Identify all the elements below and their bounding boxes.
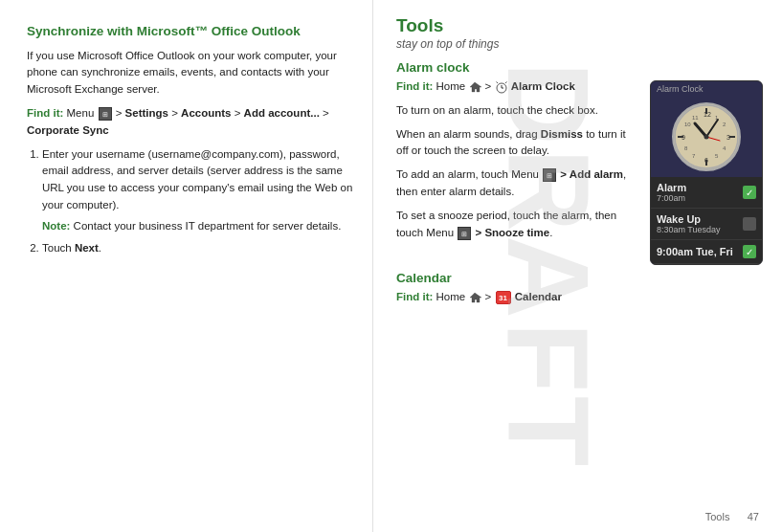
svg-text:3: 3 — [726, 134, 730, 141]
svg-line-25 — [505, 81, 507, 83]
find-it-calendar-arrow: > — [485, 291, 495, 302]
page-number: 47 — [748, 511, 759, 522]
alarm-check-1 — [743, 186, 756, 199]
note-text: Contact your business IT department for … — [74, 220, 342, 232]
alarm-time-1: Alarm — [657, 182, 686, 193]
phone-screenshot: Alarm Clock — [650, 80, 763, 265]
menu-icon-add: ⊞ — [543, 168, 556, 182]
find-it-alarm-clock-bold: Alarm Clock — [511, 80, 575, 92]
note-label: Note: — [42, 220, 70, 232]
left-column: Synchronize with Microsoft™ Office Outlo… — [0, 0, 373, 532]
alarm-clock-section: Alarm Clock — [396, 78, 763, 265]
alarm-label-1: 7:00am — [657, 193, 686, 203]
alarm-item-1: Alarm 7:00am — [651, 177, 762, 209]
svg-line-24 — [496, 81, 498, 83]
page-footer: Tools 47 — [705, 511, 759, 522]
alarm-clock-title: Alarm clock — [396, 60, 763, 75]
calendar-icon: 31 — [496, 291, 511, 304]
dismiss-bold: Dismiss — [541, 128, 583, 140]
find-it-calendar: Find it: Home > 31 Calendar — [396, 289, 763, 306]
svg-text:9: 9 — [681, 134, 685, 141]
step-1: Enter your username (username@company.co… — [42, 146, 353, 235]
step-1-note: Note: Contact your business IT departmen… — [42, 218, 353, 234]
clock-face-container: 12 3 6 9 1 2 4 5 7 8 10 — [651, 97, 762, 177]
find-it-label: Find it: — [27, 107, 63, 119]
alarm-info-3: 9:00am Tue, Fri — [657, 246, 733, 257]
next-label: Next — [75, 242, 99, 254]
alarm-nocheck-2 — [743, 217, 756, 231]
find-it-calendar-home: Home — [436, 291, 469, 302]
find-it-calendar-label: Find it: — [396, 291, 433, 302]
footer-label: Tools — [705, 511, 730, 522]
alarm-list: Alarm 7:00am Wake Up 8:30am Tuesday — [651, 177, 762, 264]
clock-svg: 12 3 6 9 1 2 4 5 7 8 10 — [674, 104, 739, 169]
menu-icon: ⊞ — [99, 107, 112, 121]
page-container: DRAFT Synchronize with Microsoft™ Office… — [0, 0, 782, 532]
alarm-label-2: 8:30am Tuesday — [657, 225, 721, 234]
alarm-info-2: Wake Up 8:30am Tuesday — [657, 213, 721, 234]
tools-header: Tools stay on top of things — [396, 15, 763, 51]
alarm-time-3: 9:00am Tue, Fri — [657, 246, 733, 257]
svg-text:10: 10 — [684, 122, 691, 127]
snooze-time-bold: > Snooze time — [472, 227, 549, 238]
alarm-item-2: Wake Up 8:30am Tuesday — [651, 209, 762, 240]
clock-face: 12 3 6 9 1 2 4 5 7 8 10 — [672, 102, 741, 171]
svg-text:12: 12 — [704, 111, 711, 118]
find-it-arrow: > — [485, 80, 495, 92]
find-it-menu-text: Menu — [63, 107, 97, 119]
menu-icon-snooze: ⊞ — [458, 227, 471, 240]
alarm-info-1: Alarm 7:00am — [657, 182, 686, 203]
tools-subtitle: stay on top of things — [396, 37, 763, 51]
right-col-content: Tools stay on top of things Alarm clock … — [396, 15, 763, 313]
alarm-check-3 — [743, 245, 756, 258]
add-alarm-bold: > Add alarm — [557, 168, 623, 180]
alarm-time-2: Wake Up — [657, 213, 721, 225]
phone-header: Alarm Clock — [651, 81, 762, 97]
home-icon — [468, 80, 481, 94]
home-icon-calendar — [468, 291, 481, 304]
right-column: Tools stay on top of things Alarm clock … — [373, 0, 782, 532]
alarm-item-3: 9:00am Tue, Fri — [651, 240, 762, 264]
find-it-paragraph: Find it: Menu ⊞ > Settings > Accounts > … — [27, 105, 353, 140]
find-it-home-text: Home — [436, 80, 469, 92]
find-it-alarm-label: Find it: — [396, 80, 433, 92]
calendar-title: Calendar — [396, 271, 763, 285]
svg-text:6: 6 — [704, 157, 708, 164]
tools-title: Tools — [396, 15, 763, 36]
calendar-bold: Calendar — [515, 291, 562, 302]
svg-point-20 — [704, 135, 709, 140]
steps-list: Enter your username (username@company.co… — [27, 146, 353, 257]
left-section-title: Synchronize with Microsoft™ Office Outlo… — [27, 23, 353, 40]
svg-text:11: 11 — [692, 115, 699, 121]
alarm-clock-icon — [495, 80, 508, 94]
intro-paragraph: If you use Microsoft Office Outlook on y… — [27, 48, 353, 99]
step-2: Touch Next. — [42, 240, 353, 257]
